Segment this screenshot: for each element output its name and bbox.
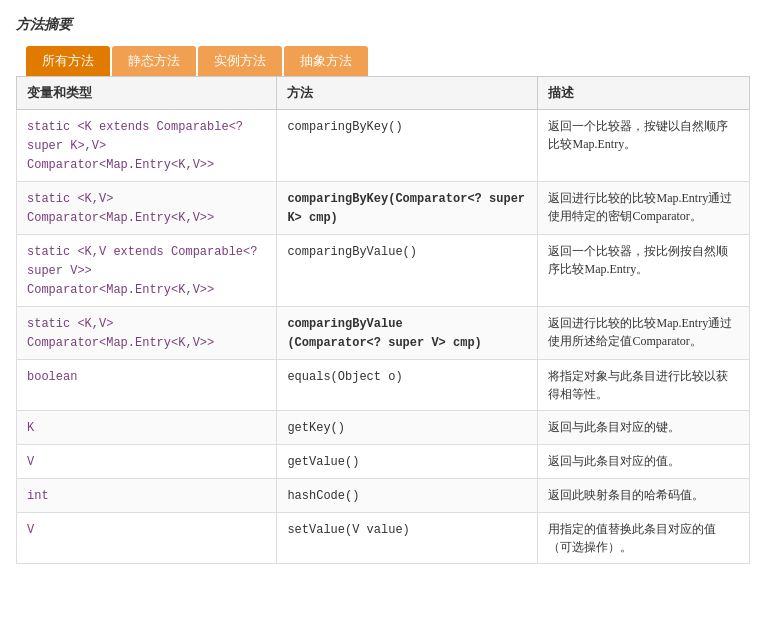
cell-description: 将指定对象与此条目进行比较以获得相等性。 [538,360,750,411]
tab-all-methods[interactable]: 所有方法 [26,46,110,76]
col-header-description: 描述 [538,77,750,110]
table-row: static <K,V extends Comparable<? super V… [17,235,750,307]
col-header-type: 变量和类型 [17,77,277,110]
tab-static-methods[interactable]: 静态方法 [112,46,196,76]
cell-method: getValue() [277,445,538,479]
table-row: VgetValue()返回与此条目对应的值。 [17,445,750,479]
cell-type: boolean [17,360,277,411]
cell-method: comparingByValue() [277,235,538,307]
table-row: static <K,V>Comparator<Map.Entry<K,V>>co… [17,182,750,235]
col-header-method: 方法 [277,77,538,110]
cell-description: 用指定的值替换此条目对应的值（可选操作）。 [538,513,750,564]
table-row: static <K extends Comparable<? super K>,… [17,110,750,182]
cell-method: comparingByKey(Comparator<? super K> cmp… [277,182,538,235]
cell-type: static <K extends Comparable<? super K>,… [17,110,277,182]
tab-instance-methods[interactable]: 实例方法 [198,46,282,76]
tab-abstract-methods[interactable]: 抽象方法 [284,46,368,76]
cell-type: V [17,445,277,479]
cell-type: int [17,479,277,513]
table-header-row: 变量和类型 方法 描述 [17,77,750,110]
cell-method: getKey() [277,411,538,445]
cell-description: 返回一个比较器，按比例按自然顺序比较Map.Entry。 [538,235,750,307]
table-row: inthashCode()返回此映射条目的哈希码值。 [17,479,750,513]
cell-type: static <K,V>Comparator<Map.Entry<K,V>> [17,182,277,235]
tabs-container: 所有方法 静态方法 实例方法 抽象方法 [16,46,750,76]
cell-method: setValue(V value) [277,513,538,564]
table-row: booleanequals(Object o)将指定对象与此条目进行比较以获得相… [17,360,750,411]
cell-method: equals(Object o) [277,360,538,411]
cell-description: 返回与此条目对应的值。 [538,445,750,479]
page-title: 方法摘要 [16,16,750,34]
cell-type: V [17,513,277,564]
table-row: KgetKey()返回与此条目对应的键。 [17,411,750,445]
method-summary-table: 变量和类型 方法 描述 static <K extends Comparable… [16,76,750,564]
cell-description: 返回与此条目对应的键。 [538,411,750,445]
table-row: static <K,V>Comparator<Map.Entry<K,V>>co… [17,307,750,360]
cell-method: comparingByValue(Comparator<? super V> c… [277,307,538,360]
cell-description: 返回此映射条目的哈希码值。 [538,479,750,513]
cell-type: static <K,V>Comparator<Map.Entry<K,V>> [17,307,277,360]
table-row: VsetValue(V value)用指定的值替换此条目对应的值（可选操作）。 [17,513,750,564]
cell-method: hashCode() [277,479,538,513]
cell-description: 返回一个比较器，按键以自然顺序比较Map.Entry。 [538,110,750,182]
cell-description: 返回进行比较的比较Map.Entry通过使用所述给定值Comparator。 [538,307,750,360]
cell-method: comparingByKey() [277,110,538,182]
cell-description: 返回进行比较的比较Map.Entry通过使用特定的密钥Comparator。 [538,182,750,235]
cell-type: static <K,V extends Comparable<? super V… [17,235,277,307]
cell-type: K [17,411,277,445]
